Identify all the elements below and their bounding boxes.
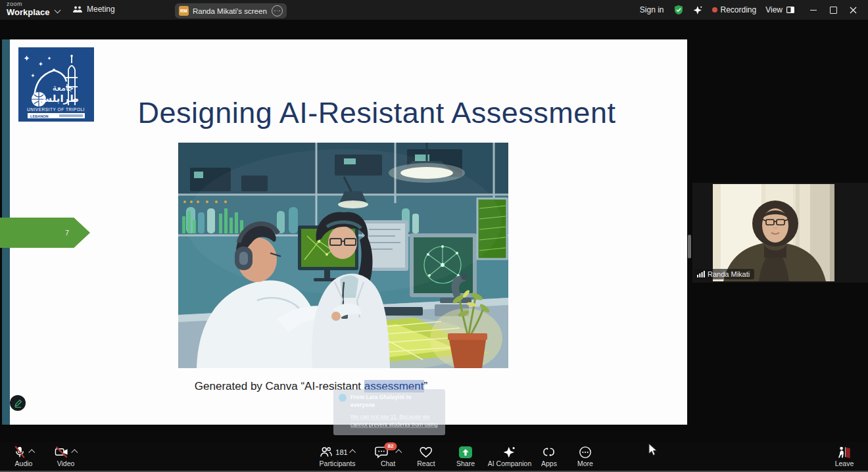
participant-video xyxy=(713,184,834,281)
panel-resize-handle[interactable] xyxy=(688,235,691,258)
tab-meeting[interactable]: Meeting xyxy=(72,5,115,14)
close-icon xyxy=(850,7,857,14)
share-button[interactable]: Share xyxy=(456,444,475,467)
slide-number-arrow: 7 xyxy=(0,218,90,248)
participants-count: 181 xyxy=(335,448,347,456)
screen-share-tab-label: Randa Mikati's screen xyxy=(193,7,268,15)
security-shield-icon[interactable] xyxy=(673,5,684,15)
chat-message: We can not say 11. Because we cannot pre… xyxy=(350,413,440,429)
slide-title: Designing AI-Resistant Assessment xyxy=(114,96,640,130)
leave-meeting-icon xyxy=(836,446,852,459)
avatar: RM xyxy=(179,6,189,16)
chat-preview-popup[interactable]: From Lara Ghalayini to everyone We can n… xyxy=(333,389,445,435)
title-bar: zoom Workplace Meeting RM Randa Mikati's… xyxy=(0,0,868,20)
ai-sparkle-icon[interactable] xyxy=(693,5,703,15)
tab-options-icon[interactable] xyxy=(272,5,283,16)
more-icon xyxy=(579,446,592,459)
svg-text:LEBANON: LEBANON xyxy=(30,114,49,118)
react-label: React xyxy=(417,460,435,467)
chat-from-line2: everyone xyxy=(350,401,440,409)
tab-screen-share[interactable]: RM Randa Mikati's screen xyxy=(175,3,287,18)
slide-number: 7 xyxy=(65,229,69,237)
more-button[interactable]: More xyxy=(577,444,593,467)
ai-companion-icon xyxy=(503,446,516,459)
chat-label: Chat xyxy=(381,460,395,467)
participants-label: Participants xyxy=(320,460,356,467)
chat-chevron[interactable] xyxy=(395,449,402,456)
maximize-icon xyxy=(830,7,837,14)
meeting-tab-label: Meeting xyxy=(87,5,115,14)
chat-button[interactable]: 82 Chat xyxy=(375,444,402,467)
participants-icon xyxy=(319,446,332,458)
video-label: Video xyxy=(57,460,75,467)
svg-text:طرابلس: طرابلس xyxy=(38,93,79,105)
audio-options-chevron[interactable] xyxy=(28,449,35,456)
participant-video-tile[interactable]: Randa Mikati xyxy=(692,183,868,283)
video-options-chevron[interactable] xyxy=(71,449,78,456)
view-label: View xyxy=(765,5,783,14)
university-of-tripoli-logo: جامعة طرابلس UNIVERSITY OF TRIPOLI LEBAN… xyxy=(18,47,94,122)
chat-from-line1: From Lara Ghalayini to xyxy=(350,393,440,401)
audio-label: Audio xyxy=(15,460,33,467)
minimize-button[interactable] xyxy=(804,0,823,20)
lab-illustration xyxy=(178,143,508,368)
apps-label: Apps xyxy=(541,460,557,467)
participants-chevron[interactable] xyxy=(350,449,356,456)
camera-off-icon xyxy=(55,445,70,459)
share-label: Share xyxy=(456,460,475,467)
people-group-icon xyxy=(72,5,83,13)
title-bar-right: Sign in Recording View xyxy=(640,0,868,20)
leave-button[interactable]: Leave xyxy=(835,444,854,467)
leave-label: Leave xyxy=(835,460,854,467)
ai-companion-label: AI Companion xyxy=(488,460,532,467)
svg-text:جامعة: جامعة xyxy=(53,83,74,93)
annotate-button[interactable] xyxy=(10,395,26,411)
view-layout-icon xyxy=(786,7,794,13)
ai-companion-button[interactable]: AI Companion xyxy=(488,444,532,467)
apps-icon xyxy=(542,446,556,458)
mouse-cursor xyxy=(648,443,658,456)
participant-name-label: Randa Mikati xyxy=(694,269,754,279)
slide-caption: Generated by Canva “AI-resistant assessm… xyxy=(81,380,541,393)
minimize-icon xyxy=(810,10,817,11)
participants-button[interactable]: 181 Participants xyxy=(319,444,355,467)
more-label: More xyxy=(577,460,593,467)
connection-signal-icon xyxy=(697,271,705,277)
zoom-window: zoom Workplace Meeting RM Randa Mikati's… xyxy=(0,0,868,472)
zoom-logo-text: zoom xyxy=(7,1,50,7)
pencil-icon xyxy=(13,398,23,408)
svg-text:UNIVERSITY OF TRIPOLI: UNIVERSITY OF TRIPOLI xyxy=(27,107,85,112)
audio-button[interactable]: Audio xyxy=(13,444,35,467)
view-button[interactable]: View xyxy=(765,5,794,14)
recording-indicator: Recording xyxy=(712,5,757,14)
chat-unread-badge: 82 xyxy=(385,442,397,450)
maximize-button[interactable] xyxy=(823,0,843,20)
workplace-chevron-icon[interactable] xyxy=(55,7,61,14)
react-button[interactable]: React xyxy=(417,444,435,467)
shared-slide: جامعة طرابلس UNIVERSITY OF TRIPOLI LEBAN… xyxy=(2,39,687,425)
share-screen-icon xyxy=(458,446,473,459)
apps-button[interactable]: Apps xyxy=(541,444,557,467)
participant-name: Randa Mikati xyxy=(708,270,750,278)
workplace-logo-text: Workplace xyxy=(7,8,50,16)
chat-avatar xyxy=(339,394,347,402)
heart-react-icon xyxy=(420,446,433,458)
recording-label: Recording xyxy=(721,5,757,14)
recording-dot-icon xyxy=(712,7,717,12)
video-button[interactable]: Video xyxy=(55,444,78,467)
zoom-workplace-logo: zoom Workplace xyxy=(7,1,50,16)
speaker-video-illustration xyxy=(713,184,834,281)
sign-in-button[interactable]: Sign in xyxy=(640,5,664,14)
mic-muted-icon xyxy=(13,445,27,459)
close-button[interactable] xyxy=(843,0,863,20)
meeting-toolbar: Audio Video xyxy=(0,442,868,472)
